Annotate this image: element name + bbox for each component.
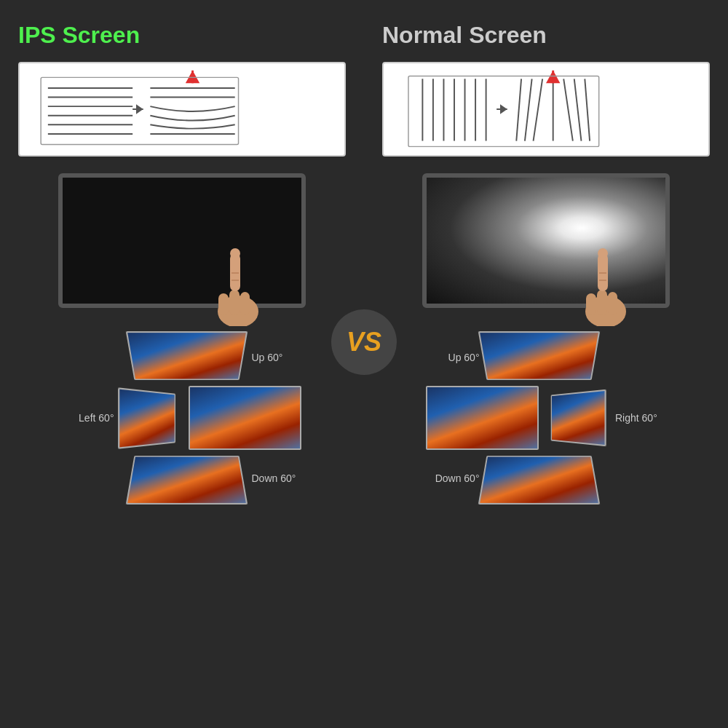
- normal-angle-top-screen: [478, 331, 600, 380]
- svg-rect-15: [218, 293, 229, 315]
- ips-angle-bottom-screen: [125, 456, 248, 505]
- normal-monitor-area: [382, 171, 710, 317]
- ips-diagram: [18, 62, 346, 157]
- ips-title: IPS Screen: [18, 22, 346, 49]
- svg-line-31: [516, 79, 521, 141]
- svg-line-32: [525, 79, 532, 141]
- vs-text: VS: [347, 327, 381, 357]
- vs-badge: VS: [331, 309, 397, 375]
- normal-angle-right-screen: [551, 389, 606, 447]
- svg-rect-44: [608, 292, 617, 315]
- ips-angle-center-screen: [189, 386, 301, 450]
- ips-up-label: Up 60°: [252, 352, 303, 363]
- svg-rect-42: [586, 293, 596, 315]
- svg-rect-18: [230, 253, 240, 291]
- main-container: VS IPS Screen: [0, 0, 728, 728]
- normal-diagram: [382, 62, 710, 157]
- ips-down-label: Down 60°: [252, 472, 303, 484]
- normal-title: Normal Screen: [382, 22, 710, 49]
- ips-left-label: Left 60°: [63, 412, 114, 424]
- ips-angle-top-screen: [125, 331, 248, 380]
- normal-down-label: Down 60°: [429, 472, 480, 484]
- normal-angle-center-screen: [426, 386, 539, 450]
- svg-rect-16: [229, 290, 240, 315]
- normal-angle-bottom-screen: [478, 456, 600, 505]
- ips-finger: [207, 242, 269, 326]
- ips-angle-section: Up 60° Left 60° Down 60°: [18, 331, 346, 505]
- svg-rect-43: [597, 290, 607, 315]
- svg-rect-45: [598, 253, 608, 291]
- normal-right-label: Right 60°: [615, 412, 666, 424]
- ips-monitor-area: [18, 171, 346, 317]
- ips-angle-left-screen: [118, 387, 175, 449]
- svg-line-35: [563, 79, 573, 141]
- svg-line-37: [585, 79, 590, 141]
- normal-finger: [575, 242, 637, 326]
- svg-line-33: [534, 79, 543, 141]
- normal-panel: Normal Screen: [364, 0, 728, 728]
- normal-angle-section: Up 60° Right 60° Down 60°: [382, 331, 710, 505]
- svg-point-46: [598, 248, 608, 258]
- svg-point-19: [230, 248, 240, 258]
- ips-panel: IPS Screen: [0, 0, 364, 728]
- svg-line-36: [574, 79, 582, 141]
- normal-up-label: Up 60°: [429, 352, 480, 363]
- svg-rect-17: [240, 292, 250, 315]
